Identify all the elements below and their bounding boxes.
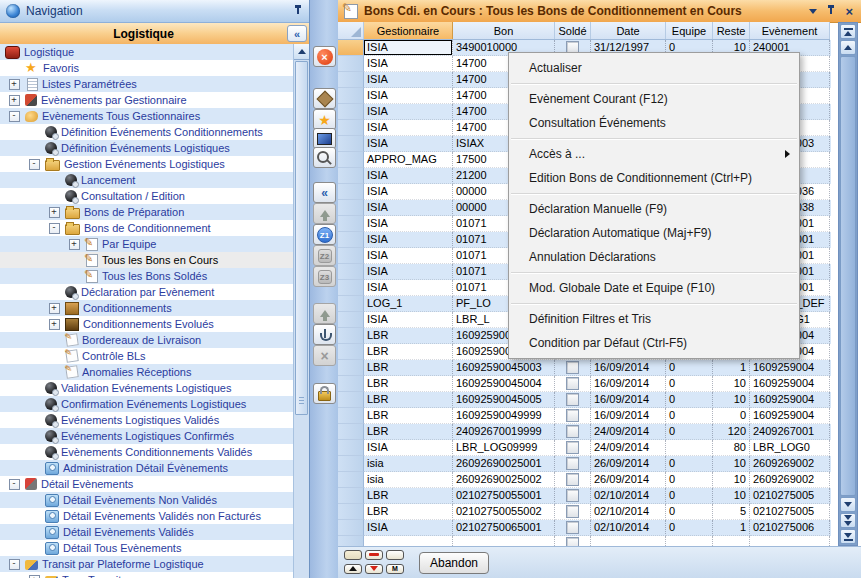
- row-selector[interactable]: [338, 328, 364, 344]
- solde-checkbox[interactable]: [566, 457, 579, 470]
- solde-checkbox[interactable]: [566, 361, 579, 374]
- tree-item[interactable]: Administration Détail Évènements: [0, 460, 294, 476]
- col-header-bon[interactable]: Bon: [453, 22, 555, 39]
- row-selector[interactable]: [338, 216, 364, 232]
- row-selector[interactable]: [338, 152, 364, 168]
- row-selector[interactable]: [338, 264, 364, 280]
- solde-checkbox[interactable]: [566, 521, 579, 534]
- col-header-solde[interactable]: Soldé: [555, 22, 591, 39]
- tree-item[interactable]: Détail Evènements Validés: [0, 524, 294, 540]
- chevron-down-icon[interactable]: [809, 9, 817, 14]
- menu-item-evenement-courant[interactable]: Evènement Courant (F12): [509, 87, 799, 111]
- scroll-thumb[interactable]: [840, 56, 856, 496]
- tree-item[interactable]: Lancement: [0, 172, 294, 188]
- row-selector[interactable]: [338, 72, 364, 88]
- record-nav-4-button[interactable]: [344, 564, 362, 574]
- scroll-bottom-button[interactable]: [840, 529, 856, 544]
- tree-item[interactable]: Confirmation Evénements Logistiques: [0, 396, 294, 412]
- row-selector[interactable]: [338, 344, 364, 360]
- tree-item[interactable]: +Evènements par Gestionnaire: [0, 92, 294, 108]
- favorites-button[interactable]: ★: [313, 109, 336, 130]
- menu-item-consultation-evenements[interactable]: Consultation Événements: [509, 111, 799, 135]
- row-selector[interactable]: [338, 424, 364, 440]
- row-selector[interactable]: [338, 456, 364, 472]
- tree-item[interactable]: Evènements Conditionnements Validés: [0, 444, 294, 460]
- collapse-button[interactable]: «: [313, 182, 336, 203]
- record-nav-5-button[interactable]: [365, 564, 383, 574]
- tree-item[interactable]: Détail Evènements Non Validés: [0, 492, 294, 508]
- row-selector[interactable]: [338, 360, 364, 376]
- pin-icon[interactable]: [293, 5, 303, 17]
- table-row[interactable]: [338, 536, 831, 546]
- expand-icon[interactable]: +: [29, 575, 40, 578]
- move-up-button[interactable]: [313, 203, 336, 224]
- tree-item[interactable]: Logistique: [0, 44, 294, 60]
- close-button[interactable]: ×: [313, 46, 336, 67]
- lock-button[interactable]: [313, 383, 336, 404]
- expand-icon[interactable]: +: [49, 303, 60, 314]
- row-selector[interactable]: [338, 88, 364, 104]
- collapse-icon[interactable]: -: [9, 479, 20, 490]
- menu-item-declaration-manuelle[interactable]: Déclaration Manuelle (F9): [509, 197, 799, 221]
- row-selector[interactable]: [338, 392, 364, 408]
- solde-checkbox[interactable]: [566, 441, 579, 454]
- menu-item-declaration-automatique[interactable]: Déclaration Automatique (Maj+F9): [509, 221, 799, 245]
- solde-checkbox[interactable]: [566, 505, 579, 518]
- tree-item[interactable]: +Bons de Préparation: [0, 204, 294, 220]
- row-selector[interactable]: [338, 504, 364, 520]
- table-row[interactable]: LBR1609259004500516/09/20140101609259004: [338, 392, 831, 408]
- row-selector[interactable]: [338, 488, 364, 504]
- close-icon[interactable]: ×: [845, 5, 853, 18]
- solde-checkbox[interactable]: [566, 489, 579, 502]
- solde-checkbox[interactable]: [566, 425, 579, 438]
- table-row[interactable]: isia2609269002500226/09/2014010260926900…: [338, 472, 831, 488]
- tree-scroll-up-button[interactable]: [294, 44, 309, 60]
- tree-item[interactable]: Détail Tous Evènements: [0, 540, 294, 556]
- scroll-page-down-button[interactable]: [840, 513, 856, 528]
- menu-item-acces-a[interactable]: Accès à ...: [509, 142, 799, 166]
- tree-item[interactable]: Tous les Bons en Cours: [0, 252, 294, 268]
- table-row[interactable]: isia2609269002500126/09/2014010260926900…: [338, 456, 831, 472]
- row-selector[interactable]: [338, 232, 364, 248]
- record-nav-6-button[interactable]: M: [386, 564, 404, 574]
- menu-item-condition-par-defaut[interactable]: Condition par Défaut (Ctrl-F5): [509, 331, 799, 355]
- tree-item[interactable]: +Par Equipe: [0, 236, 294, 252]
- tree-item[interactable]: Bordereaux de Livraison: [0, 332, 294, 348]
- table-row[interactable]: ISIA0210275006500102/10/2014010210275006: [338, 520, 831, 536]
- scroll-top-button[interactable]: [840, 24, 856, 39]
- scroll-up-button[interactable]: [840, 40, 856, 55]
- zoom-z3-button[interactable]: Z3: [313, 266, 336, 287]
- row-selector[interactable]: [338, 104, 364, 120]
- compass-button[interactable]: [313, 88, 336, 109]
- expand-icon[interactable]: +: [9, 95, 20, 106]
- col-header-evenement[interactable]: Evènement: [750, 22, 830, 39]
- row-selector[interactable]: [338, 168, 364, 184]
- tree-item[interactable]: -Détail Evènements: [0, 476, 294, 492]
- record-nav-1-button[interactable]: [344, 550, 362, 560]
- expand-icon[interactable]: +: [49, 319, 60, 330]
- row-selector[interactable]: [338, 296, 364, 312]
- table-row[interactable]: LBR1609259004999916/09/2014001609259004: [338, 408, 831, 424]
- tree-item[interactable]: Evénements Logistiques Confirmés: [0, 428, 294, 444]
- solde-checkbox[interactable]: [566, 409, 579, 422]
- menu-item-actualiser[interactable]: Actualiser: [509, 56, 799, 80]
- record-nav-3-button[interactable]: [386, 550, 404, 560]
- screen-button[interactable]: [313, 128, 336, 149]
- row-selector[interactable]: [338, 200, 364, 216]
- table-row[interactable]: LBR2409267001999924/09/20140120240926700…: [338, 424, 831, 440]
- row-selector[interactable]: [338, 408, 364, 424]
- tree-item[interactable]: Tous les Bons Soldés: [0, 268, 294, 284]
- row-selector[interactable]: [338, 520, 364, 536]
- row-selector[interactable]: [338, 56, 364, 72]
- table-row[interactable]: LBR0210275005500102/10/20140100210275005: [338, 488, 831, 504]
- tree-item[interactable]: +Listes Paramétrées: [0, 76, 294, 92]
- tree-scroll-thumb[interactable]: [295, 61, 308, 415]
- solde-checkbox[interactable]: [566, 393, 579, 406]
- zoom-z1-button[interactable]: Z1: [313, 224, 336, 245]
- record-nav-2-button[interactable]: [365, 550, 383, 560]
- row-selector[interactable]: [338, 376, 364, 392]
- search-button[interactable]: [313, 147, 336, 168]
- tree-item[interactable]: +Conditionnements: [0, 300, 294, 316]
- select-all-corner[interactable]: [338, 22, 364, 39]
- row-selector[interactable]: [338, 136, 364, 152]
